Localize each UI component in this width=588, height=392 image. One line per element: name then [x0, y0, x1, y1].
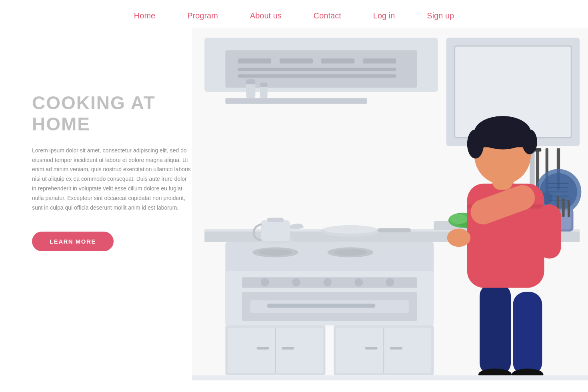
- svg-point-24: [323, 278, 332, 286]
- svg-point-94: [467, 129, 484, 158]
- svg-point-26: [386, 278, 394, 286]
- svg-rect-79: [365, 347, 377, 349]
- svg-rect-64: [568, 200, 570, 217]
- nav-contact[interactable]: Contact: [314, 11, 341, 20]
- svg-rect-16: [260, 83, 268, 87]
- nav-about[interactable]: About us: [250, 11, 282, 20]
- nav-signup[interactable]: Sign up: [427, 11, 454, 20]
- svg-rect-35: [261, 220, 290, 241]
- nav-program[interactable]: Program: [187, 11, 218, 20]
- svg-rect-75: [282, 347, 294, 349]
- svg-point-95: [522, 129, 537, 154]
- svg-rect-89: [538, 204, 561, 258]
- hero-illustration: [192, 28, 588, 380]
- svg-rect-96: [192, 375, 588, 380]
- main-nav: Home Program About us Contact Log in Sig…: [0, 0, 588, 28]
- svg-rect-5: [321, 58, 354, 64]
- svg-rect-29: [267, 304, 376, 308]
- svg-rect-8: [238, 74, 396, 78]
- svg-point-88: [447, 228, 470, 247]
- svg-rect-81: [480, 284, 511, 375]
- hero-title: COOKING AT HOME: [32, 92, 192, 135]
- svg-rect-82: [513, 292, 542, 375]
- svg-rect-80: [390, 347, 402, 349]
- svg-rect-14: [246, 79, 255, 84]
- svg-rect-74: [257, 347, 269, 349]
- svg-rect-15: [260, 86, 268, 98]
- svg-point-23: [292, 278, 300, 286]
- svg-rect-36: [267, 218, 284, 222]
- svg-rect-7: [238, 68, 396, 71]
- nav-login[interactable]: Log in: [373, 11, 395, 20]
- svg-point-25: [354, 278, 363, 286]
- hero-left: COOKING AT HOME Lorem ipsum dolor sit am…: [0, 28, 192, 380]
- svg-rect-13: [246, 83, 255, 98]
- hero-description: Lorem ipsum dolor sit amet, consectetur …: [32, 146, 192, 213]
- svg-point-43: [450, 214, 468, 224]
- svg-point-31: [259, 249, 292, 256]
- learn-more-button[interactable]: LEARN MORE: [32, 232, 114, 251]
- svg-rect-39: [378, 228, 411, 232]
- hero-section: COOKING AT HOME Lorem ipsum dolor sit am…: [0, 28, 588, 380]
- svg-rect-12: [225, 98, 367, 104]
- svg-rect-3: [238, 58, 271, 64]
- svg-point-33: [334, 249, 367, 256]
- nav-home[interactable]: Home: [134, 11, 155, 20]
- svg-rect-6: [363, 58, 396, 64]
- svg-rect-63: [562, 198, 564, 217]
- svg-point-22: [261, 278, 269, 286]
- svg-point-38: [323, 225, 377, 234]
- svg-rect-4: [280, 58, 313, 64]
